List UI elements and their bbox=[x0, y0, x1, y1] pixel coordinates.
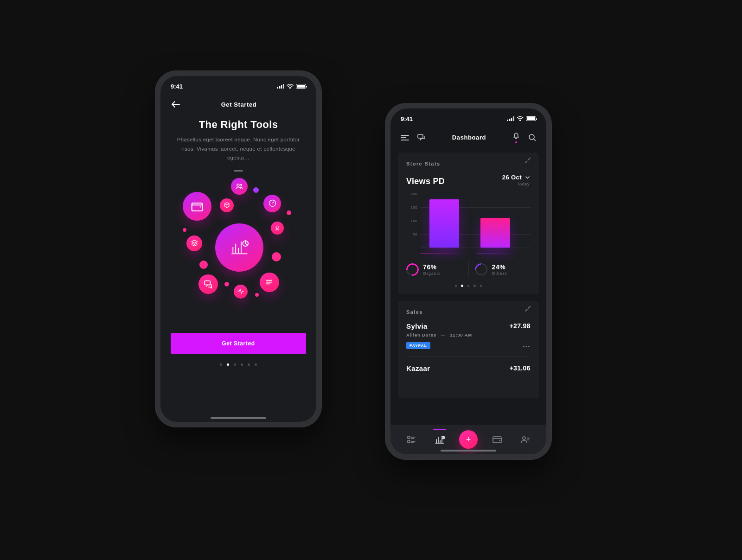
pager-dot[interactable] bbox=[467, 285, 470, 287]
progress-ring-icon bbox=[475, 263, 487, 275]
dot-icon bbox=[272, 252, 281, 261]
chevron-down-icon bbox=[525, 173, 530, 180]
metric-value: 24% bbox=[492, 263, 507, 271]
onboarding-description: Phasellus eget laoreet neque. Nunc eget … bbox=[160, 131, 316, 167]
svg-rect-9 bbox=[408, 436, 410, 439]
status-time: 9:41 bbox=[401, 115, 413, 122]
metric-organic: 76% Organic bbox=[406, 263, 462, 276]
notifications-button[interactable] bbox=[512, 132, 520, 143]
y-tick: 200 bbox=[410, 192, 417, 196]
status-bar: 9:41 bbox=[390, 108, 546, 129]
pager-dot[interactable] bbox=[220, 363, 222, 366]
layers-icon bbox=[186, 235, 202, 251]
onboarding-pager[interactable] bbox=[160, 363, 316, 366]
wifi-icon bbox=[287, 84, 294, 89]
date-picker[interactable]: 26 Oct Today bbox=[502, 174, 530, 186]
tab-wallet[interactable] bbox=[487, 429, 507, 450]
svg-rect-6 bbox=[205, 281, 211, 285]
dot-icon bbox=[224, 282, 229, 286]
metric-others: 24% Others bbox=[475, 263, 531, 276]
menu-button[interactable] bbox=[401, 134, 409, 141]
svg-rect-10 bbox=[408, 440, 410, 443]
tab-add[interactable]: + bbox=[458, 429, 479, 450]
phone-dashboard: 9:41 Dashboard bbox=[385, 103, 552, 460]
pager-dot[interactable] bbox=[473, 285, 476, 287]
views-chart: 200 150 100 50 bbox=[406, 194, 531, 259]
y-tick: 50 bbox=[413, 232, 417, 236]
badge-icon bbox=[271, 222, 284, 235]
onboarding-title: The Right Tools bbox=[160, 119, 316, 131]
sale-row[interactable]: Kazaar +31.06 bbox=[406, 364, 531, 372]
dot-icon bbox=[199, 261, 208, 269]
metric-label: Organic bbox=[423, 271, 441, 276]
analytics-icon bbox=[215, 223, 263, 272]
pager-dot[interactable] bbox=[255, 363, 257, 366]
get-started-label: Get Started bbox=[222, 340, 255, 347]
phone-onboarding: 9:41 Get Started The Right Tools Phasell… bbox=[155, 70, 322, 427]
y-tick: 150 bbox=[410, 205, 417, 210]
svg-point-5 bbox=[276, 226, 278, 228]
chart-underline bbox=[420, 254, 464, 255]
dot-icon bbox=[183, 228, 186, 232]
chart-underline bbox=[477, 254, 516, 255]
card-label: Store Stats bbox=[406, 161, 531, 166]
pager-dot[interactable] bbox=[461, 285, 463, 287]
messages-button[interactable] bbox=[417, 134, 426, 141]
metric-value: 76% bbox=[423, 263, 441, 271]
y-tick: 100 bbox=[410, 219, 417, 223]
status-icons bbox=[277, 84, 306, 89]
status-time: 9:41 bbox=[171, 83, 183, 90]
chart-bar bbox=[429, 199, 459, 248]
date-value: 26 Oct bbox=[502, 174, 522, 181]
pager-dot[interactable] bbox=[480, 285, 482, 287]
dot-icon bbox=[287, 210, 291, 215]
stats-pager[interactable] bbox=[406, 285, 531, 287]
search-button[interactable] bbox=[528, 134, 536, 141]
sale-time: 11:30 AM bbox=[450, 332, 472, 337]
metric-label: Others bbox=[492, 271, 507, 276]
pager-dot[interactable] bbox=[455, 285, 457, 287]
sale-row[interactable]: Sylvia +27.98 Alllen Durss — 11:30 AM PA… bbox=[406, 322, 531, 349]
y-axis: 200 150 100 50 bbox=[406, 194, 417, 248]
dot-icon bbox=[255, 293, 259, 297]
sale-amount: +31.06 bbox=[509, 364, 531, 372]
pager-dot[interactable] bbox=[227, 363, 229, 366]
dot-icon bbox=[253, 187, 259, 193]
views-title: Views PD bbox=[406, 177, 445, 186]
signal-icon bbox=[277, 84, 284, 89]
status-bar: 9:41 bbox=[160, 76, 316, 96]
status-icons bbox=[507, 116, 536, 121]
pager-dot[interactable] bbox=[234, 363, 236, 366]
pager-dot[interactable] bbox=[248, 363, 250, 366]
home-indicator[interactable] bbox=[441, 450, 496, 452]
tab-analytics[interactable] bbox=[429, 429, 450, 450]
home-indicator[interactable] bbox=[211, 417, 266, 419]
back-button[interactable] bbox=[171, 99, 181, 109]
tab-list[interactable] bbox=[401, 429, 422, 450]
gauge-icon bbox=[263, 195, 281, 212]
list-icon bbox=[260, 273, 279, 292]
get-started-button[interactable]: Get Started bbox=[171, 333, 306, 354]
plus-icon: + bbox=[459, 430, 478, 449]
notification-dot-icon bbox=[515, 141, 517, 143]
signal-icon bbox=[507, 116, 514, 121]
row-more-button[interactable]: ••• bbox=[523, 344, 531, 349]
users-icon bbox=[231, 178, 248, 195]
sale-amount: +27.98 bbox=[509, 322, 531, 330]
wifi-icon bbox=[517, 116, 524, 121]
page-title: Dashboard bbox=[452, 134, 486, 141]
store-stats-card: Store Stats Views PD 26 Oct Today bbox=[398, 153, 539, 294]
pager-dot[interactable] bbox=[241, 363, 243, 366]
activity-icon bbox=[234, 285, 248, 299]
header-title: Get Started bbox=[221, 101, 257, 108]
svg-point-13 bbox=[523, 437, 525, 439]
payment-tag: PAYPAL bbox=[406, 342, 430, 349]
progress-ring-icon bbox=[406, 263, 418, 275]
svg-point-1 bbox=[237, 184, 239, 186]
chat-icon bbox=[198, 274, 218, 294]
svg-point-2 bbox=[240, 184, 242, 186]
cube-icon bbox=[220, 198, 234, 212]
tab-profile[interactable] bbox=[515, 429, 536, 450]
battery-icon bbox=[526, 116, 536, 121]
svg-point-8 bbox=[529, 134, 534, 140]
